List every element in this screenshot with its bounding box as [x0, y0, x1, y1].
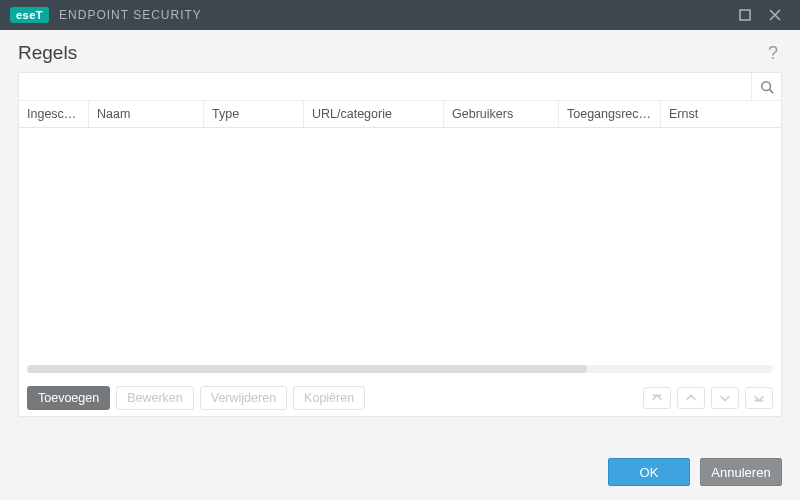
column-header[interactable]: Ernst [661, 101, 761, 127]
svg-rect-0 [740, 10, 750, 20]
move-top-button [643, 387, 671, 409]
chevron-top-icon [650, 391, 664, 405]
action-row: Toevoegen Bewerken Verwijderen Kopiëren [19, 379, 781, 416]
chevron-down-icon [718, 391, 732, 405]
ok-button[interactable]: OK [608, 458, 690, 486]
rules-panel: Ingesch...NaamTypeURL/categorieGebruiker… [18, 72, 782, 417]
column-header[interactable]: Gebruikers [444, 101, 559, 127]
brand-name: ENDPOINT SECURITY [59, 8, 202, 22]
rules-table: Ingesch...NaamTypeURL/categorieGebruiker… [19, 101, 781, 379]
copy-button: Kopiëren [293, 386, 365, 410]
move-bottom-button [745, 387, 773, 409]
table-header-row: Ingesch...NaamTypeURL/categorieGebruiker… [19, 101, 781, 128]
close-icon [769, 9, 781, 21]
cancel-button[interactable]: Annuleren [700, 458, 782, 486]
add-button[interactable]: Toevoegen [27, 386, 110, 410]
search-button[interactable] [751, 73, 781, 100]
edit-button: Bewerken [116, 386, 194, 410]
column-header[interactable]: Toegangsrechten [559, 101, 661, 127]
column-header[interactable]: Ingesch... [19, 101, 89, 127]
column-header[interactable]: Type [204, 101, 304, 127]
scrollbar-thumb[interactable] [27, 365, 587, 373]
table-body[interactable] [19, 128, 781, 379]
move-down-button [711, 387, 739, 409]
window-titlebar: eseT ENDPOINT SECURITY [0, 0, 800, 30]
chevron-up-icon [684, 391, 698, 405]
window-maximize-button[interactable] [730, 0, 760, 30]
search-input[interactable] [19, 73, 751, 100]
delete-button: Verwijderen [200, 386, 287, 410]
maximize-icon [739, 9, 751, 21]
horizontal-scrollbar[interactable] [27, 365, 773, 373]
brand-logo: eseT [10, 7, 49, 23]
page-title: Regels [18, 42, 77, 64]
chevron-bottom-icon [752, 391, 766, 405]
column-header[interactable]: URL/categorie [304, 101, 444, 127]
window-close-button[interactable] [760, 0, 790, 30]
column-header[interactable]: Naam [89, 101, 204, 127]
svg-point-1 [761, 81, 770, 90]
help-icon: ? [768, 43, 778, 63]
search-icon [760, 80, 774, 94]
search-row [19, 73, 781, 101]
dialog-footer: OK Annuleren [608, 458, 782, 486]
page-header: Regels ? [0, 30, 800, 72]
move-up-button [677, 387, 705, 409]
help-button[interactable]: ? [764, 43, 782, 64]
